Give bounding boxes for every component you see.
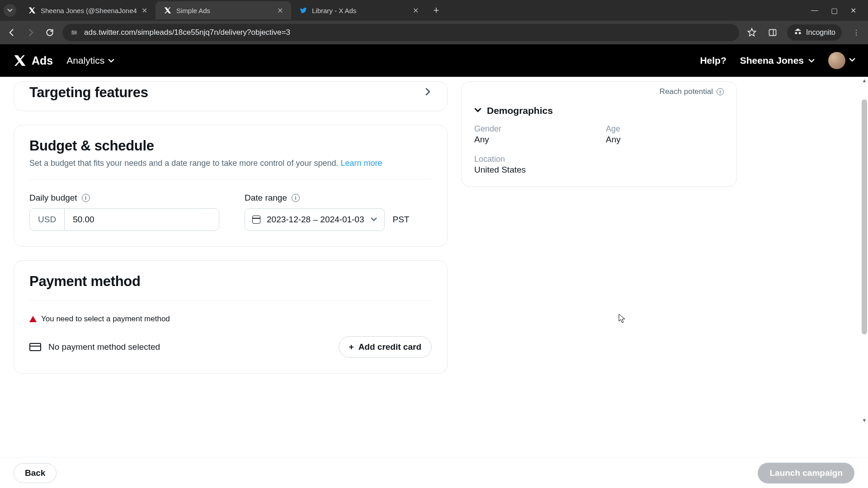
bookmark-button[interactable] (745, 26, 758, 39)
credit-card-icon (29, 343, 41, 351)
tabs-dropdown-button[interactable] (4, 4, 16, 17)
chevron-down-icon (108, 55, 114, 66)
toolbar-actions: Incognito ⋮ (745, 24, 863, 41)
demographics-title: Demographics (487, 105, 553, 116)
chevron-down-icon (371, 215, 377, 225)
daily-budget-field[interactable] (65, 209, 219, 230)
browser-chrome: Sheena Jones (@SheenaJone4 ✕ Simple Ads … (0, 0, 868, 44)
incognito-label: Incognito (806, 28, 835, 37)
account-switcher[interactable] (828, 52, 855, 69)
reload-button[interactable] (43, 26, 56, 39)
product-name: Ads (32, 54, 53, 67)
nav-analytics[interactable]: Analytics (66, 55, 114, 66)
chrome-menu-button[interactable]: ⋮ (850, 26, 863, 39)
browser-toolbar: ads.twitter.com/simpleads/18ce55njq7n/de… (0, 21, 868, 44)
learn-more-link[interactable]: Learn more (340, 159, 382, 168)
date-range-value: 2023-12-28 – 2024-01-03 (267, 215, 364, 225)
minimize-button[interactable]: — (811, 6, 818, 15)
divider (29, 179, 432, 179)
currency-prefix: USD (30, 209, 65, 230)
info-icon[interactable]: i (292, 194, 300, 202)
daily-budget-label: Daily budget (29, 193, 77, 203)
launch-campaign-button[interactable]: Launch campaign (758, 463, 854, 483)
info-icon[interactable]: i (82, 194, 90, 202)
browser-tab-title: Sheena Jones (@SheenaJone4 (41, 7, 137, 14)
side-column: Reach potential i Demographics Gender An… (461, 81, 737, 448)
info-icon[interactable]: i (717, 88, 724, 95)
back-button[interactable] (5, 26, 18, 39)
date-range-select[interactable]: 2023-12-28 – 2024-01-03 (245, 208, 385, 231)
audience-card: Reach potential i Demographics Gender An… (461, 81, 737, 187)
url-text: ads.twitter.com/simpleads/18ce55njq7n/de… (84, 28, 290, 37)
payment-alert-text: You need to select a payment method (41, 314, 170, 324)
location-label: Location (474, 155, 724, 164)
incognito-icon (793, 27, 802, 38)
main-column: Targeting features Budget & schedule Set… (14, 81, 448, 448)
x-logo-icon (13, 53, 27, 68)
demographics-grid: Gender Any Age Any Location United State… (474, 124, 724, 175)
svg-rect-3 (769, 29, 776, 35)
browser-tab-2[interactable]: Library - X Ads ✕ (291, 1, 427, 19)
browser-tab-title: Simple Ads (176, 7, 273, 14)
scroll-up-button[interactable]: ▲ (861, 77, 868, 84)
svg-point-1 (75, 32, 76, 33)
gender-field: Gender Any (474, 124, 592, 145)
app-nav: Analytics (66, 55, 114, 66)
tab-strip: Sheena Jones (@SheenaJone4 ✕ Simple Ads … (0, 0, 868, 21)
daily-budget-group: Daily budget i USD (29, 193, 219, 231)
chevron-down-icon (808, 55, 815, 66)
warning-icon (29, 316, 37, 322)
incognito-chip[interactable]: Incognito (787, 24, 842, 41)
app-logo[interactable]: Ads (13, 53, 53, 68)
payment-card: Payment method You need to select a paym… (14, 260, 448, 374)
scroll-down-button[interactable]: ▼ (861, 417, 868, 424)
reach-potential-label: Reach potential (660, 87, 713, 96)
daily-budget-input[interactable]: USD (29, 208, 219, 231)
budget-title: Budget & schedule (29, 138, 154, 154)
browser-tab-0[interactable]: Sheena Jones (@SheenaJone4 ✕ (20, 1, 156, 19)
gender-label: Gender (474, 124, 592, 134)
address-bar[interactable]: ads.twitter.com/simpleads/18ce55njq7n/de… (62, 24, 739, 41)
age-field: Age Any (606, 124, 724, 145)
scrollbar-thumb[interactable] (862, 99, 867, 334)
payment-method-row: No payment method selected + Add credit … (29, 336, 432, 358)
svg-point-2 (73, 33, 74, 35)
twitter-favicon-icon (299, 6, 307, 14)
site-settings-icon[interactable] (70, 28, 79, 37)
maximize-button[interactable]: ▢ (831, 6, 838, 15)
divider (29, 300, 432, 301)
close-window-button[interactable]: ✕ (850, 6, 856, 15)
browser-tab-1[interactable]: Simple Ads ✕ (156, 1, 291, 19)
location-field: Location United States (474, 155, 724, 175)
targeting-title: Targeting features (29, 84, 148, 101)
budget-card: Budget & schedule Set a budget that fits… (14, 125, 448, 247)
timezone-label: PST (393, 215, 410, 225)
app-right: Help? Sheena Jones (700, 52, 855, 69)
gender-value: Any (474, 135, 592, 145)
date-range-group: Date range i 2023-12-28 – 2024-01-03 PST (245, 193, 432, 231)
demographics-toggle[interactable]: Demographics (474, 105, 724, 116)
new-tab-button[interactable]: + (429, 3, 444, 18)
close-tab-icon[interactable]: ✕ (277, 6, 283, 15)
back-button[interactable]: Back (14, 463, 57, 483)
user-menu[interactable]: Sheena Jones (740, 55, 815, 66)
x-favicon-icon (164, 6, 172, 14)
add-credit-card-button[interactable]: + Add credit card (339, 336, 432, 358)
user-name: Sheena Jones (740, 55, 804, 66)
date-range-label: Date range (245, 193, 287, 203)
svg-point-0 (72, 31, 74, 32)
calendar-icon (252, 216, 260, 224)
help-link[interactable]: Help? (700, 55, 726, 66)
chevron-down-icon (849, 56, 855, 65)
close-tab-icon[interactable]: ✕ (413, 6, 419, 15)
close-tab-icon[interactable]: ✕ (142, 6, 147, 15)
budget-subtitle: Set a budget that fits your needs and a … (29, 159, 432, 168)
add-card-label: Add credit card (359, 342, 421, 352)
payment-alert: You need to select a payment method (29, 314, 432, 324)
chevron-right-icon[interactable] (424, 88, 432, 98)
location-value: United States (474, 165, 724, 175)
app-bar: Ads Analytics Help? Sheena Jones (0, 44, 868, 77)
forward-button[interactable] (24, 26, 37, 39)
side-panel-button[interactable] (766, 26, 779, 39)
budget-fields-row: Daily budget i USD Date range i (29, 193, 432, 231)
